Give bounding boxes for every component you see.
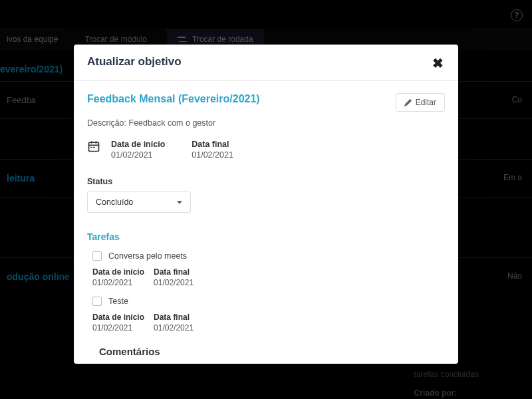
pencil-icon — [404, 99, 412, 106]
task-end-label: Data final — [154, 313, 194, 322]
svg-rect-5 — [93, 147, 95, 148]
task-start-label: Data de início — [92, 313, 144, 322]
modal-header: Atualizar objetivo ✖ — [74, 45, 458, 81]
comments-title: Comentários — [99, 346, 445, 357]
modal-title: Atualizar objetivo — [87, 55, 182, 68]
end-date-col: Data final 01/02/2021 — [192, 140, 233, 160]
task-row: Teste — [92, 297, 445, 306]
svg-rect-4 — [90, 147, 92, 148]
task-start-label: Data de início — [92, 267, 144, 277]
task-start-value: 01/02/2021 — [92, 278, 144, 287]
task-checkbox[interactable] — [92, 251, 102, 261]
modal-body: Feedback Mensal (Fevereiro/2021) Editar … — [74, 81, 458, 364]
end-date-value: 01/02/2021 — [192, 150, 233, 160]
edit-button[interactable]: Editar — [396, 93, 445, 112]
objective-title: Feedback Mensal (Fevereiro/2021) — [87, 93, 260, 105]
task-start-value: 01/02/2021 — [92, 323, 144, 332]
start-date-value: 01/02/2021 — [111, 150, 165, 160]
calendar-icon — [87, 140, 100, 153]
dates-row: Data de início 01/02/2021 Data final 01/… — [87, 140, 445, 160]
status-value: Concluído — [96, 198, 133, 207]
task-checkbox[interactable] — [92, 297, 102, 306]
task-dates: Data de início 01/02/2021 Data final 01/… — [92, 313, 445, 332]
tasks-title: Tarefas — [87, 231, 445, 242]
task-end-value: 01/02/2021 — [154, 323, 194, 332]
modal-overlay: Atualizar objetivo ✖ Feedback Mensal (Fe… — [0, 0, 532, 399]
status-label: Status — [87, 177, 445, 186]
start-date-col: Data de início 01/02/2021 — [111, 140, 165, 160]
objective-header: Feedback Mensal (Fevereiro/2021) Editar — [87, 93, 445, 112]
edit-label: Editar — [416, 98, 436, 107]
status-select[interactable]: Concluído — [87, 192, 191, 213]
task-end-value: 01/02/2021 — [154, 278, 194, 287]
chevron-down-icon — [177, 201, 182, 204]
end-date-label: Data final — [192, 140, 233, 149]
task-end-label: Data final — [154, 267, 194, 277]
start-date-label: Data de início — [111, 140, 165, 149]
modal: Atualizar objetivo ✖ Feedback Mensal (Fe… — [74, 45, 458, 364]
objective-description: Descrição: Feedback com o gestor — [87, 118, 445, 128]
task-dates: Data de início 01/02/2021 Data final 01/… — [92, 267, 445, 287]
task-text: Teste — [108, 297, 128, 306]
task-text: Conversa pelo meets — [108, 251, 187, 261]
comments-section: Comentários 14/04/2021 - Gustavo Arantes — [99, 346, 445, 364]
close-icon[interactable]: ✖ — [431, 55, 445, 71]
task-row: Conversa pelo meets — [92, 251, 445, 261]
